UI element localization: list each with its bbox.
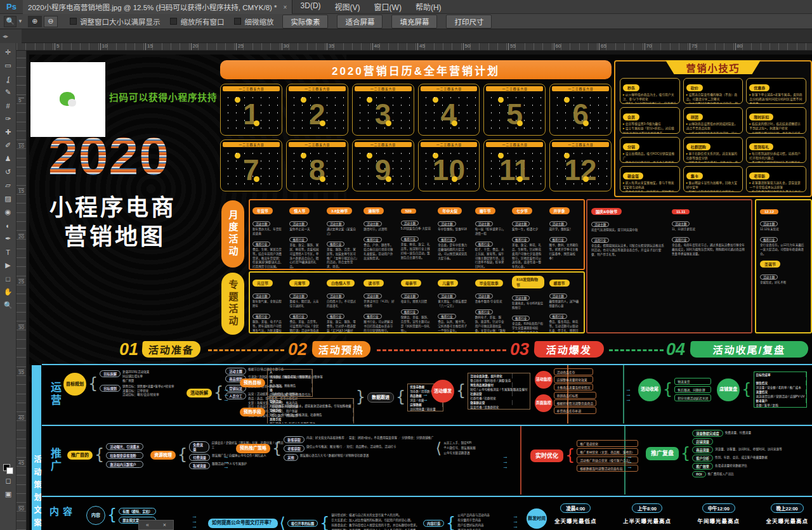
tool-icon[interactable]: ✒ bbox=[1, 232, 15, 245]
industry-tag: 推荐行业 bbox=[475, 242, 493, 247]
option-button[interactable]: 填充屏幕 bbox=[391, 15, 437, 29]
tool-icon[interactable]: ʆ bbox=[1, 72, 15, 86]
preheat-promo-node: 预热推广策略 bbox=[236, 444, 270, 453]
tool-icon[interactable]: ✎ bbox=[1, 86, 15, 99]
checkbox-icon[interactable] bbox=[70, 18, 77, 25]
theme-text: 踏青时节，过清明 bbox=[363, 228, 395, 232]
tool-icon[interactable]: ✛ bbox=[1, 46, 15, 59]
quick-mask-icon[interactable]: ◻ bbox=[1, 474, 15, 488]
realtime-optimize-node: 实时优化 bbox=[530, 449, 563, 462]
tool-icon[interactable]: ▭ bbox=[1, 59, 15, 72]
resource-items: 跟随活动户个人号专属维护 bbox=[212, 462, 247, 467]
collapse-icon[interactable]: « bbox=[146, 522, 149, 528]
tool-dropdown-arrow-icon[interactable]: ▼ bbox=[18, 18, 23, 24]
industry-text: 食品、户外、踏青等，结合春日出行场景可做礼盒套装，带动用户外出采购需求。 bbox=[363, 243, 395, 261]
window-controls[interactable]: « × bbox=[138, 520, 174, 530]
review-key: 流量情况 bbox=[754, 389, 807, 394]
preheat-means-node: 预热手段 bbox=[240, 408, 265, 417]
calendar-weekday-strip: 一 二 三 四 五 六 日 bbox=[552, 142, 609, 147]
year-end-box: 12.12 活动主题 12.12年末狂欢 推荐行业 全行业清库存，以12月为年末… bbox=[755, 199, 812, 333]
calendar-month-card: 一 二 三 四 五 六 日 11 bbox=[483, 139, 546, 191]
promo-review-key: ROI bbox=[692, 471, 705, 477]
menu-item[interactable]: 3D(D) bbox=[294, 1, 328, 12]
phase-dash-3 bbox=[609, 349, 664, 351]
flow-arrows-icon: → → → bbox=[223, 387, 229, 402]
screen-mode-icon[interactable]: ▣ bbox=[1, 488, 15, 501]
option-checkbox[interactable]: 细微缩放 bbox=[234, 16, 273, 27]
menu-item[interactable]: 帮助(H) bbox=[409, 1, 449, 12]
brace: { bbox=[565, 449, 575, 462]
build-item: 用户反馈好玩的内容 bbox=[457, 524, 490, 528]
goal-item: 推广预算 bbox=[122, 379, 149, 384]
tip-line: 临结束的倒计时，临近结束提醒提示不到此之际+，刺激客户转化 bbox=[749, 122, 803, 131]
option-button[interactable]: 适合屏幕 bbox=[337, 15, 383, 29]
document-tab[interactable]: 2020小程序电商营销地图.jpg @ 12.5% (扫码可以获得小程序扶持, … bbox=[23, 0, 292, 14]
purpose-item: 拉新裂变获客涨粉 bbox=[106, 452, 143, 459]
panel-collapse-nub[interactable]: ◂▸ bbox=[0, 29, 22, 43]
tip-line: 奖金被引发有、短发奖引，奖励赠品游戏的奖品级，返回奖物奖 bbox=[623, 190, 677, 192]
option-checkboxes: 调整窗口大小以满屏显示 缩放所有窗口 细微缩放 bbox=[60, 16, 274, 27]
monthly-card-title: 开学季 bbox=[549, 207, 570, 214]
tool-icon[interactable]: # bbox=[1, 99, 15, 112]
theme-tag: 活动主题 bbox=[512, 221, 530, 226]
ruler-tick-label: 80 bbox=[735, 43, 781, 50]
calendar-month-number: 11 bbox=[484, 149, 545, 191]
tool-icon[interactable]: ✑ bbox=[1, 112, 15, 126]
option-checkbox[interactable]: 调整窗口大小以满屏显示 bbox=[70, 16, 160, 27]
menu-item[interactable]: 视图(V) bbox=[328, 1, 367, 12]
theme-text: 曾大朋友、小朋友都是「六一宝贝」 bbox=[438, 300, 469, 309]
calendar-weekday-strip: 一 二 三 四 五 六 日 bbox=[421, 86, 478, 91]
tool-icon[interactable]: ↺ bbox=[1, 165, 15, 179]
checkbox-icon[interactable] bbox=[234, 18, 241, 25]
double12-title: 12.12 bbox=[760, 209, 778, 214]
brace: { bbox=[88, 378, 98, 390]
tab-close-icon[interactable]: × bbox=[284, 4, 287, 11]
promo-review-cluster: 推广复盘 { 流量数据完成度 免费流量、付费流量 店铺流量 商品流量 bbox=[646, 430, 782, 477]
open-rate-cluster: 如何提高公众号图文打开率？ ⟨ 吸引开率的标题 { 疑问型式样：描述与自己有关的… bbox=[208, 514, 490, 530]
themed-card-title: 儿童节 bbox=[438, 280, 458, 287]
operations-row: 运营 目标规划 { 目标拆解 复盘2019年活动效果同店铺比增长率推广预算 目标… bbox=[42, 364, 812, 423]
brace: { bbox=[742, 384, 751, 396]
theme-text: 每一届「粽享盛夏节」，浓情一粽 bbox=[475, 228, 507, 236]
foreground-background-color-icon[interactable] bbox=[3, 464, 13, 474]
tip-line: 集以稀缺卡宣传为高概率，回收大奖好中奖率 bbox=[686, 181, 740, 190]
option-button[interactable]: 打印尺寸 bbox=[446, 15, 492, 29]
tool-icon[interactable]: ◉ bbox=[1, 205, 15, 219]
tool-icon[interactable]: ▱ bbox=[1, 179, 15, 192]
horizontal-ruler[interactable]: 5101520253035404550556065707580 bbox=[16, 43, 812, 51]
tool-icon[interactable]: 🔍 bbox=[1, 299, 15, 312]
theme-tag: 活动主题 bbox=[363, 294, 381, 299]
checkbox-icon[interactable] bbox=[170, 18, 177, 25]
zoom-in-button[interactable]: ⊕ bbox=[28, 16, 42, 27]
vertical-ruler[interactable]: 5101520253035404550 bbox=[16, 51, 27, 530]
national-day-title: 国庆&中秋节 bbox=[591, 208, 622, 215]
tip-label: 秒杀 bbox=[623, 84, 639, 91]
industry-text: 保健品、美妆、服饰、百货等，宣传主题可以是「妈妈需要的一份礼物」。 bbox=[401, 316, 433, 332]
resource-type: 免费流量 bbox=[189, 441, 209, 453]
zoom-out-button[interactable]: ⊖ bbox=[44, 16, 58, 27]
tool-icon[interactable]: ▨ bbox=[1, 192, 15, 205]
document-canvas[interactable]: 扫码可以获得小程序扶持 2020 小程序电商 营销地图 2020营销日历&全年营… bbox=[27, 51, 812, 530]
promo-purpose-node: 推广目的 bbox=[67, 451, 93, 460]
industry-tag: 推荐行业 bbox=[289, 314, 307, 319]
time-badge: 晚上22:00 bbox=[771, 503, 804, 513]
tool-icon[interactable]: ✚ bbox=[1, 126, 15, 139]
tool-icon[interactable]: ♟ bbox=[1, 152, 15, 165]
tool-icon[interactable]: ✐ bbox=[1, 139, 15, 152]
zoom-tool-icon[interactable]: 🔍 bbox=[4, 16, 16, 27]
tool-icon[interactable]: ▶ bbox=[1, 259, 15, 272]
tool-icon[interactable]: □ bbox=[1, 272, 15, 285]
tool-icon[interactable]: ✋ bbox=[1, 285, 15, 299]
tips-title: 营销小技巧 bbox=[665, 60, 761, 74]
industry-tag: 推荐行业 bbox=[512, 237, 530, 242]
ruler-tick-label: 55 bbox=[508, 43, 554, 50]
tool-icon[interactable]: ◐ bbox=[1, 219, 15, 232]
purpose-item: 活动曝光，引流蓄水 bbox=[106, 443, 143, 450]
option-checkbox[interactable]: 缩放所有窗口 bbox=[170, 16, 224, 27]
menu-item[interactable]: 窗口(W) bbox=[367, 1, 409, 12]
tip-line: 会员等级设置3~5级为最佳 bbox=[623, 122, 677, 126]
tool-icon[interactable]: T bbox=[1, 245, 15, 259]
option-button[interactable]: 实际像素 bbox=[282, 15, 328, 29]
close-icon[interactable]: × bbox=[163, 522, 166, 528]
ruler-tick-label: 45 bbox=[417, 43, 463, 50]
